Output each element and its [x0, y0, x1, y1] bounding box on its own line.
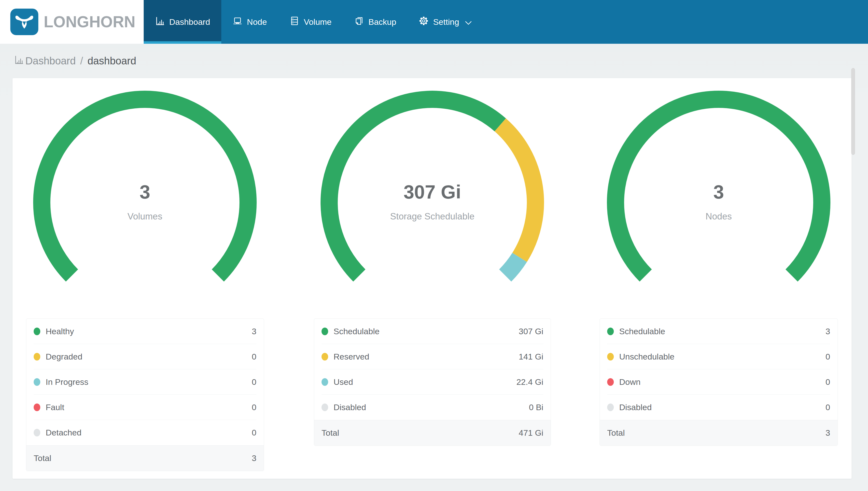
legend-row-reserved: Reserved141 Gi — [321, 344, 543, 369]
gauge-segment-healthy — [42, 99, 248, 276]
main-nav: Dashboard Node — [144, 0, 483, 44]
nav-tab-node[interactable]: Node — [221, 0, 278, 44]
nav-tab-label: Setting — [433, 17, 459, 27]
gauge-segment-schedulable — [616, 99, 822, 276]
legend-row-degraded: Degraded0 — [34, 344, 256, 369]
chevron-down-icon — [465, 17, 472, 27]
nav-tab-backup[interactable]: Backup — [343, 0, 407, 44]
legend-row-used: Used22.4 Gi — [321, 369, 543, 395]
legend-value: 3 — [252, 326, 256, 336]
legend-total-row: Total3 — [600, 420, 838, 445]
legend-label: Fault — [46, 403, 64, 412]
legend-row-schedulable: Schedulable307 Gi — [321, 319, 543, 344]
gauge-segment-schedulable — [329, 99, 500, 276]
legend-label: Healthy — [46, 326, 74, 336]
breadcrumb: Dashboard / dashboard — [14, 44, 136, 78]
legend-label: Schedulable — [619, 326, 665, 336]
legend-color-dot — [34, 353, 40, 360]
legend-label: Used — [334, 377, 353, 387]
legend-color-dot — [607, 327, 614, 335]
vertical-scrollbar-thumb[interactable] — [851, 68, 855, 155]
legend-color-dot — [34, 378, 40, 386]
legend-row-schedulable: Schedulable3 — [607, 319, 830, 344]
legend-row-down: Down0 — [607, 369, 830, 395]
legend-label: Disabled — [334, 403, 366, 412]
nodes-legend-table: Schedulable3Unschedulable0Down0Disabled0… — [599, 318, 838, 446]
legend-color-dot — [34, 429, 40, 436]
nav-tab-label: Volume — [304, 17, 332, 27]
legend-row-detached: Detached0 — [34, 420, 256, 445]
total-label: Total — [34, 454, 51, 463]
legend-row-fault: Fault0 — [34, 395, 256, 420]
legend-color-dot — [321, 378, 328, 386]
legend-value: 0 — [252, 352, 256, 362]
gauge-segment-used — [505, 257, 520, 276]
legend-value: 0 — [252, 377, 256, 387]
legend-label: Unschedulable — [619, 352, 675, 362]
storage-legend-table: Schedulable307 GiReserved141 GiUsed22.4 … — [314, 318, 551, 446]
server-icon — [289, 16, 300, 28]
legend-row-disabled: Disabled0 Bi — [321, 395, 543, 420]
total-value: 3 — [252, 454, 256, 463]
legend-label: Disabled — [619, 403, 652, 412]
legend-row-healthy: Healthy3 — [34, 319, 256, 344]
legend-color-dot — [34, 404, 40, 411]
bull-icon — [10, 9, 38, 35]
nav-tab-volume[interactable]: Volume — [278, 0, 343, 44]
legend-color-dot — [321, 404, 328, 411]
dashboard-card: 3 Volumes 307 Gi Storage Schedulable 3 N… — [12, 78, 851, 479]
legend-total-row: Total471 Gi — [314, 420, 551, 445]
nav-tab-dashboard[interactable]: Dashboard — [144, 0, 221, 44]
legend-label: Detached — [46, 428, 82, 437]
brand-logo[interactable]: LONGHORN — [0, 0, 144, 44]
legend-value: 0 — [826, 352, 830, 362]
breadcrumb-section[interactable]: Dashboard — [25, 55, 76, 67]
legend-color-dot — [321, 327, 328, 335]
nav-tab-label: Node — [247, 17, 267, 27]
total-label: Total — [321, 428, 339, 438]
legend-color-dot — [607, 378, 614, 386]
total-label: Total — [607, 428, 625, 438]
legend-color-dot — [607, 353, 614, 360]
legend-color-dot — [607, 404, 614, 411]
legend-total-row: Total3 — [26, 445, 264, 471]
breadcrumb-separator: / — [80, 55, 83, 67]
legend-label: Degraded — [46, 352, 82, 362]
storage-gauge: 307 Gi Storage Schedulable — [320, 90, 544, 315]
legend-value: 0 Bi — [529, 403, 543, 412]
nav-tab-label: Dashboard — [169, 17, 210, 27]
volumes-legend-table: Healthy3Degraded0In Progress0Fault0Detac… — [26, 318, 264, 471]
copy-icon — [354, 16, 364, 28]
legend-label: Schedulable — [334, 326, 379, 336]
legend-color-dot — [321, 353, 328, 360]
laptop-icon — [232, 16, 242, 28]
gear-icon: (function(){var g=document.getElementByI… — [419, 16, 429, 28]
legend-value: 0 — [826, 403, 830, 412]
legend-value: 0 — [252, 428, 256, 437]
legend-value: 141 Gi — [519, 352, 543, 362]
brand-name: LONGHORN — [44, 13, 135, 31]
legend-value: 307 Gi — [519, 326, 543, 336]
legend-label: Down — [619, 377, 641, 387]
legend-label: Reserved — [334, 352, 369, 362]
volumes-gauge: 3 Volumes — [33, 90, 257, 315]
nodes-gauge: 3 Nodes — [607, 90, 831, 315]
legend-row-in-progress: In Progress0 — [34, 369, 256, 395]
total-value: 3 — [826, 428, 830, 438]
total-value: 471 Gi — [519, 428, 543, 438]
legend-label: In Progress — [46, 377, 88, 387]
legend-row-unschedulable: Unschedulable0 — [607, 344, 830, 369]
legend-row-disabled: Disabled0 — [607, 395, 830, 420]
nav-tab-label: Backup — [368, 17, 396, 27]
legend-color-dot — [34, 327, 40, 335]
page: LONGHORN Dashboard — [0, 0, 868, 491]
legend-value: 22.4 Gi — [516, 377, 543, 387]
legend-value: 0 — [826, 377, 830, 387]
bar-chart-icon — [14, 55, 25, 67]
breadcrumb-current-page: dashboard — [87, 55, 136, 67]
gauge-segment-reserved — [500, 125, 535, 257]
legend-value: 0 — [252, 403, 256, 412]
bar-chart-icon — [155, 16, 165, 28]
nav-tab-setting[interactable]: (function(){var g=document.getElementByI… — [407, 0, 483, 44]
legend-value: 3 — [826, 326, 830, 336]
